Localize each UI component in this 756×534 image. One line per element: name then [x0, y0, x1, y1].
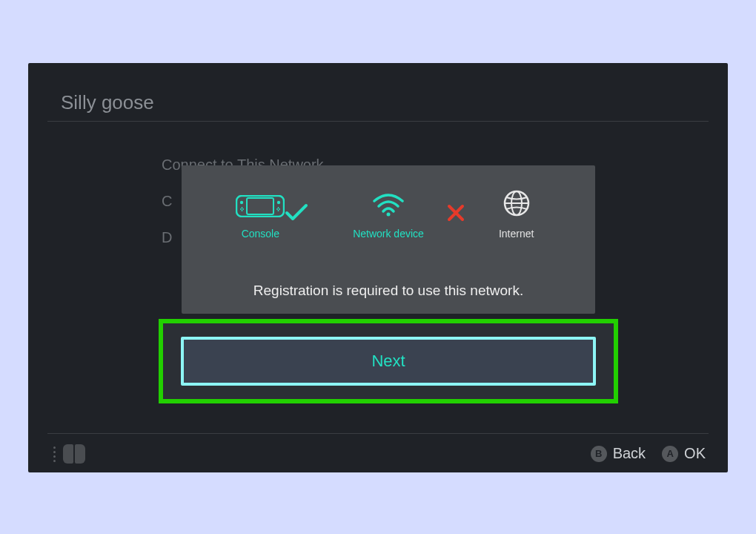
svg-point-2	[240, 201, 243, 204]
status-label: Internet	[499, 228, 534, 240]
wifi-icon	[371, 192, 405, 220]
svg-point-8	[276, 208, 278, 210]
svg-point-9	[279, 208, 280, 210]
connection-modal: Console Network device	[182, 165, 595, 314]
back-hint: B Back	[591, 445, 646, 462]
screen: Silly goose Connect to This Network C D	[28, 63, 728, 472]
svg-point-11	[278, 210, 279, 211]
svg-point-6	[242, 207, 243, 208]
ok-hint: A OK	[662, 445, 706, 462]
divider-top	[47, 121, 709, 122]
svg-point-12	[386, 213, 390, 217]
status-internet: Internet	[472, 189, 561, 240]
a-button-icon: A	[662, 446, 678, 462]
status-network-device: Network device	[344, 192, 433, 240]
status-row: Console Network device	[182, 189, 595, 240]
checkmark-icon	[282, 202, 311, 222]
next-button[interactable]: Next	[181, 337, 596, 386]
status-label: Network device	[353, 228, 424, 240]
svg-point-5	[242, 208, 244, 210]
ok-label: OK	[684, 445, 706, 462]
controller-indicator	[53, 444, 85, 464]
svg-point-3	[277, 201, 280, 204]
svg-rect-1	[247, 198, 273, 214]
b-button-icon: B	[591, 446, 607, 462]
back-label: Back	[613, 445, 646, 462]
joycon-icon	[63, 444, 85, 464]
svg-point-10	[278, 207, 279, 208]
svg-point-7	[242, 210, 243, 211]
button-hints: B Back A OK	[591, 445, 706, 462]
status-label: Console	[242, 228, 279, 240]
svg-rect-0	[236, 196, 284, 217]
modal-message: Registration is required to use this net…	[182, 283, 595, 299]
console-icon	[236, 195, 285, 220]
next-button-label: Next	[371, 352, 405, 371]
divider-bottom	[47, 433, 709, 434]
globe-icon	[503, 189, 531, 220]
page-title: Silly goose	[61, 91, 154, 114]
highlight-box: Next	[159, 319, 618, 403]
x-icon	[441, 202, 471, 223]
svg-point-4	[240, 208, 242, 210]
